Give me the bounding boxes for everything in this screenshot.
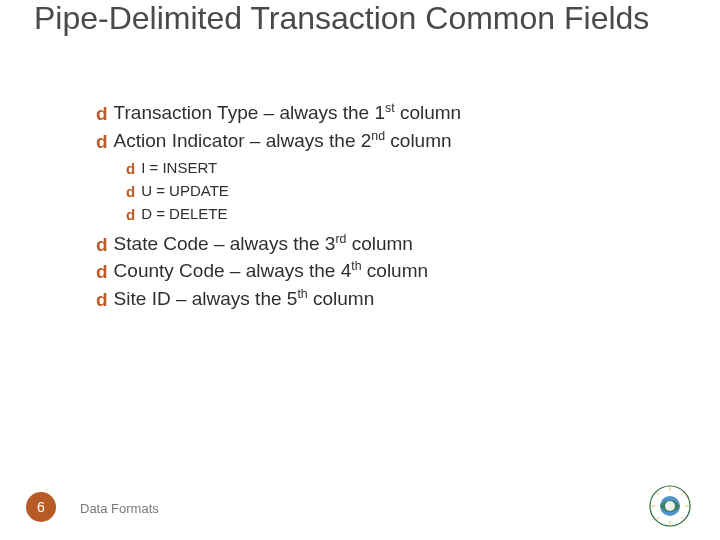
epa-logo-icon — [648, 484, 692, 528]
slide-body: dTransaction Type – always the 1st colum… — [96, 100, 660, 313]
bullet-text: U = UPDATE — [141, 182, 229, 199]
bullet-county-code: dCounty Code – always the 4th column — [96, 258, 660, 284]
footer-label: Data Formats — [80, 501, 159, 516]
bullet-text: Action Indicator – always the 2nd column — [114, 130, 452, 151]
slide: Pipe-Delimited Transaction Common Fields… — [0, 0, 720, 540]
bullet-icon: d — [96, 101, 108, 127]
bullet-text: I = INSERT — [141, 159, 217, 176]
bullet-icon: d — [126, 181, 135, 203]
bullet-text: Transaction Type – always the 1st column — [114, 102, 462, 123]
bullet-icon: d — [96, 287, 108, 313]
sub-bullet-update: dU = UPDATE — [126, 180, 660, 202]
bullet-icon: d — [96, 232, 108, 258]
bullet-icon: d — [126, 204, 135, 226]
bullet-site-id: dSite ID – always the 5th column — [96, 286, 660, 312]
bullet-icon: d — [96, 129, 108, 155]
bullet-state-code: dState Code – always the 3rd column — [96, 231, 660, 257]
bullet-action-indicator: dAction Indicator – always the 2nd colum… — [96, 128, 660, 154]
bullet-text: Site ID – always the 5th column — [114, 288, 375, 309]
svg-line-7 — [656, 492, 659, 495]
svg-line-10 — [681, 492, 684, 495]
sub-bullet-insert: dI = INSERT — [126, 157, 660, 179]
slide-footer: 6 Data Formats — [0, 484, 720, 540]
page-number-badge: 6 — [26, 492, 56, 522]
bullet-text: State Code – always the 3rd column — [114, 233, 413, 254]
svg-line-8 — [681, 517, 684, 520]
page-title: Pipe-Delimited Transaction Common Fields — [34, 0, 680, 37]
sub-bullet-delete: dD = DELETE — [126, 203, 660, 225]
svg-line-9 — [656, 517, 659, 520]
bullet-icon: d — [96, 259, 108, 285]
bullet-text: D = DELETE — [141, 205, 227, 222]
svg-point-2 — [665, 501, 675, 511]
bullet-transaction-type: dTransaction Type – always the 1st colum… — [96, 100, 660, 126]
sub-bullets-action: dI = INSERT dU = UPDATE dD = DELETE — [126, 157, 660, 224]
bullet-icon: d — [126, 158, 135, 180]
bullet-text: County Code – always the 4th column — [114, 260, 428, 281]
